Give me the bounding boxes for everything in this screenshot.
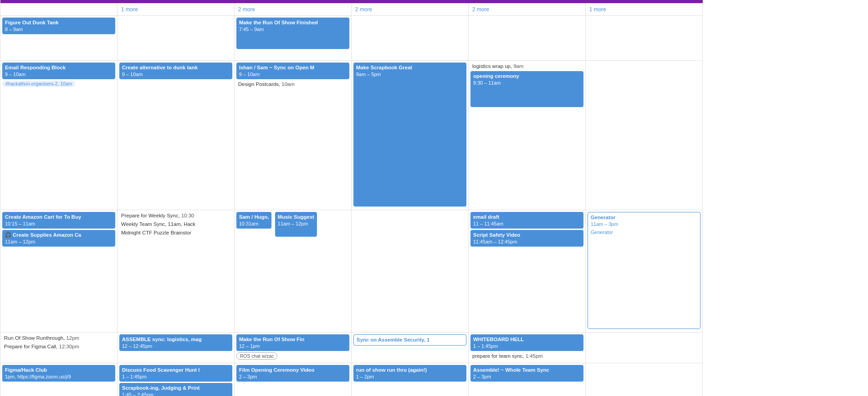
- cell-r5-c6: [586, 363, 703, 396]
- event-create-alt-dunk-tank[interactable]: Create alternative to dunk tank 9 – 10am: [119, 63, 232, 79]
- event-design-postcards[interactable]: Design Postcards, 10am: [236, 81, 349, 88]
- event-make-scrapbook-great[interactable]: Make Scrapbook Great 9am – 5pm: [353, 63, 466, 207]
- event-create-amazon-cart[interactable]: Create Amazon Cart for To Buy 10:15 – 11…: [2, 212, 115, 229]
- more-cell-3[interactable]: 2 more: [235, 3, 352, 16]
- more-cell-5[interactable]: 2 more: [469, 3, 586, 16]
- cell-r1-c4: [352, 16, 469, 61]
- event-assemble-sync[interactable]: ASSEMBLE sync: logistics, mag 12 – 12:45…: [119, 334, 232, 351]
- cell-r3-c6: Generator 11am – 3pm Generator: [586, 210, 703, 333]
- event-prepare-figma-call[interactable]: Prepare for Figma Call, 12:30pm: [2, 343, 115, 350]
- cell-r4-c5: WHITEBOARD HELL 1 – 1:45pm prepare for t…: [469, 333, 586, 363]
- calendar-row-4: Run Of Show Runthrough, 12pm Prepare for…: [0, 333, 868, 363]
- cell-r3-c1: Create Amazon Cart for To Buy 10:15 – 11…: [0, 210, 118, 333]
- cell-r2-c4: Make Scrapbook Great 9am – 5pm: [352, 61, 469, 210]
- event-prepare-team-sync[interactable]: prepare for team sync, 1:45pm: [470, 352, 583, 360]
- event-opening-ceremony[interactable]: opening ceremony 9:30 – 11am: [470, 71, 583, 107]
- cell-r2-c1: Email Responding Block 9 – 10am #hackath…: [0, 61, 118, 210]
- event-make-run-of-show-fin[interactable]: Make the Run Of Show Fin 12 – 1pm: [236, 334, 349, 351]
- cell-r2-c5: logistics wrap up, 9am opening ceremony …: [469, 61, 586, 210]
- event-scrapbook-judging[interactable]: Scrapbook-ing, Judging & Print 1:45 – 2:…: [119, 383, 232, 396]
- event-discuss-food-scavenger[interactable]: Discuss Food Scavenger Hunt l 1 – 1:45pm: [119, 365, 232, 382]
- more-cell-6[interactable]: 1 more: [586, 3, 703, 16]
- cell-r3-c3: Sam / Hugo, 10:31am Music Suggest 11am –…: [235, 210, 352, 333]
- event-run-of-show-runthrough[interactable]: Run Of Show Runthrough, 12pm: [2, 334, 115, 342]
- event-sam-hugo[interactable]: Sam / Hugo, 10:31am: [236, 212, 271, 229]
- event-run-of-show-again[interactable]: run of show run thru (again!) 1 – 2pm: [353, 365, 466, 382]
- event-generator[interactable]: Generator 11am – 3pm Generator: [588, 212, 701, 329]
- cell-r5-c4: run of show run thru (again!) 1 – 2pm: [352, 363, 469, 396]
- cell-r5-c3: Film Opening Ceremony Video 2 – 3pm: [235, 363, 352, 396]
- calendar-row-2: Email Responding Block 9 – 10am #hackath…: [0, 61, 868, 210]
- more-row: 1 more 2 more 2 more 2 more 1 more: [0, 3, 868, 16]
- event-whiteboard-hell[interactable]: WHITEBOARD HELL 1 – 1:45pm: [470, 334, 583, 351]
- event-email-draft[interactable]: email draft 11 – 11:45am: [470, 212, 583, 229]
- event-email-responding-block[interactable]: Email Responding Block 9 – 10am: [2, 63, 115, 79]
- cell-r3-c4: [352, 210, 469, 333]
- cell-r3-c2: Prepare for Weekly Sync, 10:30 Weekly Te…: [118, 210, 235, 333]
- event-figma-hack-club[interactable]: Figma/Hack Club 1pm, https://figma.zoom.…: [2, 365, 115, 382]
- cell-r1-c5: [469, 16, 586, 61]
- cell-r1-c6: [586, 16, 703, 61]
- cell-r2-c6: [586, 61, 703, 210]
- cell-r1-c2: [118, 16, 235, 61]
- event-ishan-sam-sync[interactable]: Ishan / Sam ~ Sync on Open M 9 – 10am: [236, 63, 349, 79]
- more-cell-4[interactable]: 2 more: [352, 3, 469, 16]
- purple-bar: [0, 0, 703, 3]
- event-script-safety-video[interactable]: Script Safety Video 11:45am – 12:45pm: [470, 230, 583, 247]
- event-ros-chat-zac[interactable]: ROS chat w/zac: [236, 352, 277, 360]
- event-hackathon-tag[interactable]: #hackathon-organisers-2, 10am: [2, 81, 75, 87]
- event-create-supplies-amazon[interactable]: 🎧 Create Supplies Amazon Ca 11am – 12pm: [2, 230, 115, 247]
- cell-r4-c3: Make the Run Of Show Fin 12 – 1pm ROS ch…: [235, 333, 352, 363]
- event-weekly-team-sync[interactable]: Weekly Team Sync, 11am, Hack: [119, 220, 232, 228]
- cell-r3-c5: email draft 11 – 11:45am Script Safety V…: [469, 210, 586, 333]
- event-logistics-wrap-up[interactable]: logistics wrap up, 9am: [470, 63, 583, 70]
- more-cell-1: [0, 3, 118, 16]
- event-music-suggest[interactable]: Music Suggest 11am – 12pm: [275, 212, 317, 237]
- event-make-run-of-show-finished[interactable]: Make the Run Of Show Finished 7:45 – 9am: [236, 18, 349, 49]
- cell-r5-c1: Figma/Hack Club 1pm, https://figma.zoom.…: [0, 363, 118, 396]
- calendar-row-3: Create Amazon Cart for To Buy 10:15 – 11…: [0, 210, 868, 333]
- cell-r1-c1: Figure Out Dunk Tank 8 – 9am: [0, 16, 118, 61]
- event-prepare-weekly-sync[interactable]: Prepare for Weekly Sync, 10:30: [119, 212, 232, 219]
- calendar-row-1: Figure Out Dunk Tank 8 – 9am Make the Ru…: [0, 16, 868, 61]
- cell-r4-c1: Run Of Show Runthrough, 12pm Prepare for…: [0, 333, 118, 363]
- cell-r2-c3: Ishan / Sam ~ Sync on Open M 9 – 10am De…: [235, 61, 352, 210]
- more-cell-2[interactable]: 1 more: [118, 3, 235, 16]
- event-midnight-ctf[interactable]: Midnight CTF Puzzle Brainstor: [119, 229, 232, 236]
- event-film-opening-ceremony[interactable]: Film Opening Ceremony Video 2 – 3pm: [236, 365, 349, 382]
- cell-r5-c5: Assemble! ~ Whole Team Sync 2 – 3pm: [469, 363, 586, 396]
- cell-r1-c3: Make the Run Of Show Finished 7:45 – 9am: [235, 16, 352, 61]
- calendar-row-5: Figma/Hack Club 1pm, https://figma.zoom.…: [0, 363, 868, 396]
- cell-r4-c2: ASSEMBLE sync: logistics, mag 12 – 12:45…: [118, 333, 235, 363]
- event-figure-out-dunk-tank[interactable]: Figure Out Dunk Tank 8 – 9am: [2, 18, 115, 34]
- cell-r2-c2: Create alternative to dunk tank 9 – 10am: [118, 61, 235, 210]
- cell-r4-c4: Sync on Assemble Security, 1: [352, 333, 469, 363]
- cell-r5-c2: Discuss Food Scavenger Hunt l 1 – 1:45pm…: [118, 363, 235, 396]
- cell-r4-c6: [586, 333, 703, 363]
- event-assemble-whole-team-sync[interactable]: Assemble! ~ Whole Team Sync 2 – 3pm: [470, 365, 583, 382]
- event-sync-assemble-security[interactable]: Sync on Assemble Security, 1: [353, 334, 466, 346]
